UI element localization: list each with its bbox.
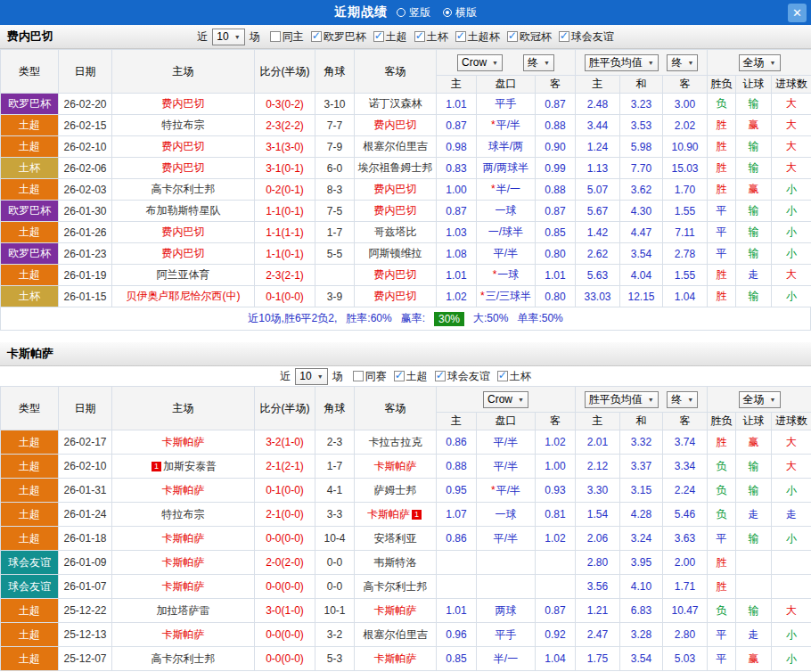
filter-checkbox-unchecked[interactable]: 同主 bbox=[270, 29, 304, 45]
result-cell: 大 bbox=[772, 265, 811, 286]
result-cell: 平 bbox=[708, 201, 736, 222]
summary-handicap-label: 赢率: bbox=[401, 311, 425, 326]
checkbox-icon[interactable] bbox=[394, 371, 405, 381]
summary-odd-rate: 单率:50% bbox=[517, 311, 562, 326]
home-odds-cell: 1.08 bbox=[437, 243, 477, 265]
result-cell: 输 bbox=[736, 455, 772, 479]
filter-checkbox-checked[interactable]: 欧冠杯 bbox=[507, 29, 552, 45]
away-odds-cell: 0.80 bbox=[536, 243, 576, 265]
team-name: 贝伊奥卢耶尼恰尔西(中) bbox=[127, 290, 241, 302]
col-avg-home: 主 bbox=[576, 413, 620, 430]
match-row: 欧罗巴杯26-01-23费内巴切1-1(0-1)5-5阿斯顿维拉1.08平/半0… bbox=[1, 243, 811, 265]
filter-checkbox-checked[interactable]: 土超 bbox=[394, 369, 428, 384]
corner-cell: 3-10 bbox=[315, 94, 355, 115]
avg-draw-cell: 3.54 bbox=[620, 647, 663, 671]
layout-radio[interactable]: 竖版 bbox=[397, 5, 430, 20]
league-cell: 球会友谊 bbox=[1, 551, 59, 575]
checkbox-icon[interactable] bbox=[270, 31, 281, 42]
games-count-select[interactable]: 10▼ bbox=[295, 368, 327, 385]
league-filter-checkboxes: 同赛土超球会友谊土杯 bbox=[353, 369, 531, 384]
team-name: 卡斯帕萨 bbox=[367, 508, 410, 520]
radio-icon[interactable] bbox=[397, 8, 406, 17]
checkbox-icon[interactable] bbox=[497, 371, 508, 381]
home-team-cell: 费内巴切 bbox=[112, 136, 255, 158]
bookmaker-select[interactable]: Crow▼ bbox=[483, 391, 528, 408]
chevron-down-icon: ▼ bbox=[687, 60, 693, 66]
checkbox-icon[interactable] bbox=[455, 31, 466, 42]
handicap-cell: 平/半 bbox=[477, 430, 536, 455]
away-team-cell: 卡拉古拉克 bbox=[355, 430, 437, 455]
scope-select[interactable]: 全场▼ bbox=[739, 54, 781, 71]
avg-away-cell: 2.80 bbox=[663, 623, 708, 647]
team-name: 高卡尔利士邦 bbox=[152, 183, 216, 195]
match-row: 土超26-02-17卡斯帕萨3-2(1-0)2-3卡拉古拉克0.86平/半1.0… bbox=[1, 430, 811, 455]
summary-record: 近10场,胜6平2负2, bbox=[248, 311, 337, 326]
checkbox-icon[interactable] bbox=[507, 31, 518, 42]
filter-checkbox-checked[interactable]: 球会友谊 bbox=[559, 29, 614, 45]
checkbox-icon[interactable] bbox=[373, 31, 384, 42]
filter-checkbox-checked[interactable]: 土超 bbox=[373, 29, 407, 45]
filter-checkbox-checked[interactable]: 土超杯 bbox=[455, 29, 500, 45]
avg-away-cell: 15.03 bbox=[663, 158, 708, 179]
result-cell: 输 bbox=[736, 527, 772, 551]
avg-home-cell: 1.24 bbox=[576, 136, 620, 158]
checkbox-label: 球会友谊 bbox=[447, 369, 490, 384]
checkbox-label: 土杯 bbox=[510, 369, 531, 384]
result-cell: 大 bbox=[772, 115, 811, 136]
league-cell: 土超 bbox=[1, 136, 59, 158]
match-row: 球会友谊26-01-09卡斯帕萨2-0(2-0)0-0韦斯特洛2.803.952… bbox=[1, 551, 811, 575]
filter-checkbox-unchecked[interactable]: 同赛 bbox=[353, 369, 387, 384]
filter-checkbox-checked[interactable]: 土杯 bbox=[414, 29, 448, 45]
checkbox-icon[interactable] bbox=[311, 31, 322, 42]
filter-checkbox-checked[interactable]: 欧罗巴杯 bbox=[311, 29, 366, 45]
corner-cell: 7-7 bbox=[315, 115, 355, 136]
result-cell: 输 bbox=[736, 201, 772, 222]
corner-cell: 10-1 bbox=[315, 599, 355, 623]
filter-checkbox-checked[interactable]: 土杯 bbox=[497, 369, 531, 384]
avg-select[interactable]: 胜平负均值▼ bbox=[585, 391, 659, 408]
home-team-cell: 卡斯帕萨 bbox=[112, 479, 255, 503]
score-cell: 0-3(0-2) bbox=[255, 94, 315, 115]
select-value: 全场 bbox=[743, 392, 765, 407]
filter-checkbox-checked[interactable]: 球会友谊 bbox=[435, 369, 490, 384]
red-card-badge: 1 bbox=[412, 510, 422, 520]
checkbox-icon[interactable] bbox=[435, 371, 446, 381]
checkbox-icon[interactable] bbox=[414, 31, 425, 42]
result-cell: 负 bbox=[708, 94, 736, 115]
score-cell: 0-1(0-0) bbox=[255, 479, 315, 503]
scope-select[interactable]: 全场▼ bbox=[739, 391, 781, 408]
col-handicap: 盘口 bbox=[477, 76, 536, 94]
corner-cell: 3-2 bbox=[315, 623, 355, 647]
avg-final-select[interactable]: 终▼ bbox=[667, 391, 698, 408]
checkbox-label: 土杯 bbox=[427, 29, 448, 45]
avg-draw-cell: 3.95 bbox=[620, 551, 663, 575]
home-team-cell: 加拉塔萨雷 bbox=[112, 599, 255, 623]
team-name: 卡斯帕萨 bbox=[162, 628, 205, 641]
score-cell: 0-2(0-1) bbox=[255, 179, 315, 201]
avg-draw-cell: 4.28 bbox=[620, 503, 663, 527]
checkbox-label: 土超 bbox=[406, 369, 428, 384]
checkbox-icon[interactable] bbox=[353, 371, 364, 381]
bookmaker-select[interactable]: Crow▼ bbox=[457, 54, 503, 71]
corner-cell: 0-0 bbox=[315, 551, 355, 575]
away-odds-cell: 1.04 bbox=[536, 647, 576, 671]
result-cell: 赢 bbox=[736, 115, 772, 136]
team2-filters: 近 10▼ 场 同赛土超球会友谊土杯 bbox=[0, 366, 811, 386]
final-odds-select[interactable]: 终▼ bbox=[523, 54, 554, 71]
layout-radio[interactable]: 横版 bbox=[443, 5, 477, 20]
radio-selected-icon[interactable] bbox=[443, 8, 452, 17]
games-count-select[interactable]: 10▼ bbox=[212, 29, 244, 45]
result-cell: 大 bbox=[772, 158, 811, 179]
checkbox-icon[interactable] bbox=[559, 31, 569, 42]
home-odds-cell: 0.83 bbox=[437, 158, 477, 179]
home-team-cell: 1加斯安泰普 bbox=[112, 455, 255, 479]
handicap-cell: *一球 bbox=[477, 265, 536, 286]
avg-home-cell: 1.21 bbox=[576, 599, 620, 623]
league-cell: 土超 bbox=[1, 527, 59, 551]
score-cell: 1-1(0-1) bbox=[255, 243, 315, 265]
avg-select[interactable]: 胜平负均值▼ bbox=[585, 54, 659, 71]
result-cell: 输 bbox=[736, 94, 772, 115]
corner-cell: 10-4 bbox=[315, 527, 355, 551]
close-button[interactable]: ✕ bbox=[788, 4, 807, 22]
avg-final-select[interactable]: 终▼ bbox=[667, 54, 698, 71]
